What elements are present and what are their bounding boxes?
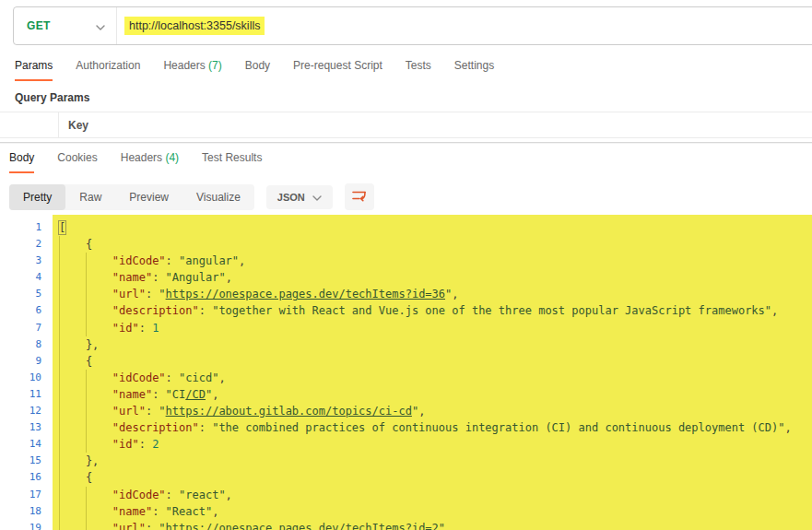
code-token: "name" — [112, 271, 152, 284]
indent-guide — [86, 503, 112, 520]
line-number: 11 — [0, 386, 41, 403]
gutter-padding — [41, 520, 53, 530]
view-mode-pretty[interactable]: Pretty — [9, 184, 65, 210]
tab-cookies[interactable]: Cookies — [57, 151, 97, 173]
indent-guide — [59, 302, 86, 319]
code-line[interactable]: 13"description": "the combined practices… — [0, 419, 812, 436]
code-line[interactable]: 17"idCode": "react", — [0, 487, 812, 503]
gutter-padding — [41, 286, 53, 302]
code-text: "name": "CI/CD", — [53, 386, 218, 403]
code-line[interactable]: 11"name": "CI/CD", — [0, 386, 812, 403]
code-line[interactable]: 4"name": "Angular", — [0, 269, 812, 286]
code-token: : — [166, 371, 179, 384]
code-line[interactable]: 16{ — [0, 469, 812, 486]
code-line[interactable]: 5"url": "https://onespace.pages.dev/tech… — [0, 286, 812, 302]
code-line[interactable]: 3"idCode": "angular", — [0, 253, 812, 269]
code-token: " — [439, 522, 445, 530]
code-line[interactable]: 7"id": 1 — [0, 320, 812, 336]
code-line[interactable]: 9{ — [0, 353, 812, 370]
code-token: "cicd" — [179, 371, 218, 384]
code-token: : — [139, 322, 152, 335]
gutter-padding — [41, 453, 53, 469]
indent-guide — [86, 320, 112, 336]
indent-guide — [86, 269, 112, 286]
view-mode-preview[interactable]: Preview — [115, 184, 182, 210]
tab-body[interactable]: Body — [245, 59, 270, 81]
tab-body[interactable]: Body — [9, 151, 34, 173]
code-line[interactable]: 10"idCode": "cicd", — [0, 370, 812, 386]
url-input[interactable]: http://localhost:3355/skills — [124, 19, 265, 32]
chevron-down-icon — [312, 192, 322, 203]
code-link[interactable]: https://onespace.pages.dev/techItems?id=… — [166, 522, 439, 530]
code-token: : — [166, 254, 179, 267]
tab-authorization[interactable]: Authorization — [76, 59, 140, 81]
line-number: 9 — [0, 353, 41, 370]
gutter-padding — [41, 503, 53, 520]
view-mode-raw[interactable]: Raw — [65, 184, 115, 210]
code-link[interactable]: /CD — [185, 388, 206, 401]
code-text: "id": 2 — [53, 436, 159, 453]
code-line[interactable]: 2{ — [0, 236, 812, 253]
code-token: , — [226, 271, 232, 284]
indent-guide — [59, 269, 86, 286]
code-line[interactable]: 1[ — [0, 219, 812, 236]
indent-guide — [59, 336, 86, 353]
tab-tests[interactable]: Tests — [406, 59, 431, 81]
code-token: : — [146, 522, 159, 530]
response-body-code[interactable]: 1[2{3"idCode": "angular",4"name": "Angul… — [0, 215, 812, 530]
code-link[interactable]: https://about.gitlab.com/topics/ci-cd — [166, 405, 412, 418]
tab-settings[interactable]: Settings — [454, 59, 494, 81]
code-token: : — [152, 271, 165, 284]
key-column-header: Key — [59, 119, 88, 132]
response-toolbar: PrettyRawPreviewVisualize JSON — [9, 183, 374, 210]
tab-test-results[interactable]: Test Results — [202, 151, 262, 173]
tab-pre-request-script[interactable]: Pre-request Script — [293, 59, 382, 81]
gutter-padding — [41, 403, 53, 419]
line-number: 2 — [0, 236, 41, 253]
divider — [116, 7, 117, 44]
code-token: { — [86, 471, 92, 484]
code-line[interactable]: 19"url": "https://onespace.pages.dev/tec… — [0, 520, 812, 530]
code-line[interactable]: 12"url": "https://about.gitlab.com/topic… — [0, 403, 812, 419]
wrap-text-button[interactable] — [345, 183, 374, 210]
tab-params[interactable]: Params — [15, 59, 53, 81]
code-line[interactable]: 8}, — [0, 336, 812, 353]
request-url-bar[interactable]: GET http://localhost:3355/skills — [13, 6, 812, 45]
gutter-padding — [41, 302, 53, 319]
gutter-padding — [41, 269, 53, 286]
code-token: "name" — [112, 388, 152, 401]
code-line[interactable]: 14"id": 2 — [0, 436, 812, 453]
tab-label: Headers — [163, 59, 205, 72]
code-line[interactable]: 6"description": "together with React and… — [0, 302, 812, 319]
query-params-table-header: Key — [0, 112, 812, 138]
code-token: , — [452, 288, 458, 300]
tab-headers[interactable]: Headers (4) — [121, 151, 179, 173]
line-number: 6 — [0, 302, 41, 319]
indent-guide — [86, 403, 112, 419]
code-token: "id" — [112, 438, 139, 451]
code-token: " — [159, 405, 165, 418]
indent-guide — [59, 503, 86, 520]
gutter-padding — [41, 469, 53, 486]
tab-headers[interactable]: Headers (7) — [163, 59, 221, 81]
code-token: 1 — [152, 322, 159, 335]
line-number: 8 — [0, 336, 41, 353]
code-line[interactable]: 15}, — [0, 453, 812, 469]
code-token: , — [418, 405, 425, 418]
view-mode-visualize[interactable]: Visualize — [182, 184, 254, 210]
indent-guide — [86, 487, 112, 503]
code-text: "idCode": "cicd", — [53, 370, 226, 386]
code-token: "id" — [112, 322, 139, 335]
chevron-down-icon — [96, 18, 105, 34]
code-token: "idCode" — [112, 489, 166, 501]
code-token: , — [212, 505, 218, 518]
tab-label: Tests — [406, 59, 431, 72]
code-link[interactable]: https://onespace.pages.dev/techItems?id=… — [166, 288, 445, 300]
indent-guide — [59, 286, 86, 302]
method-selector[interactable]: GET — [14, 18, 116, 34]
code-text: "idCode": "angular", — [53, 253, 245, 269]
line-number: 12 — [0, 403, 41, 419]
code-line[interactable]: 18"name": "React", — [0, 503, 812, 520]
language-dropdown[interactable]: JSON — [266, 185, 333, 209]
code-text: "id": 1 — [53, 320, 159, 336]
